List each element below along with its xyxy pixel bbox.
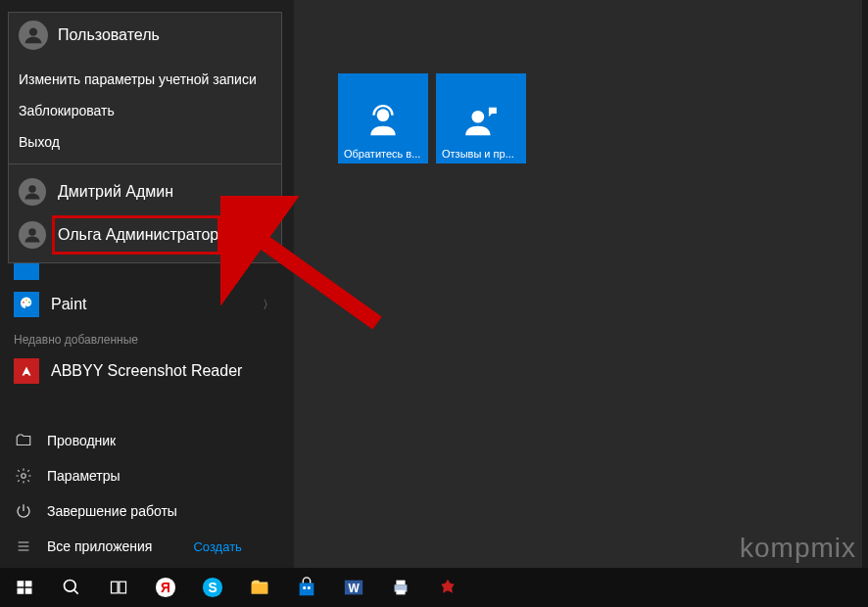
- svg-line-20: [74, 590, 78, 594]
- taskbar-explorer[interactable]: [237, 568, 282, 607]
- svg-rect-21: [112, 582, 119, 593]
- app-item-paint[interactable]: Paint 〉: [0, 286, 294, 323]
- change-account-settings[interactable]: Изменить параметры учетной записи: [9, 64, 281, 95]
- app-label: Paint: [51, 296, 86, 313]
- store-icon: [295, 576, 318, 599]
- switch-user-dmitry[interactable]: Дмитрий Админ: [9, 170, 281, 213]
- taskbar-printer[interactable]: [378, 568, 423, 607]
- svg-point-7: [22, 474, 26, 479]
- app-label: ABBYY Screenshot Reader: [51, 362, 242, 380]
- svg-rect-15: [18, 581, 24, 586]
- switch-user-olga[interactable]: Ольга Администратор: [9, 213, 281, 257]
- svg-point-12: [472, 111, 485, 123]
- printer-icon: [389, 576, 412, 599]
- taskbar-word[interactable]: W: [331, 568, 376, 607]
- svg-rect-16: [25, 581, 32, 586]
- search-button[interactable]: [49, 568, 94, 607]
- user-avatar-icon: [19, 221, 46, 249]
- svg-rect-29: [303, 586, 306, 589]
- all-apps-row: Все приложения Создать: [0, 529, 294, 564]
- svg-text:W: W: [348, 582, 360, 595]
- all-apps-icon[interactable]: [14, 537, 33, 556]
- user-avatar-icon: [19, 21, 48, 50]
- svg-rect-30: [308, 586, 311, 589]
- svg-point-2: [28, 228, 36, 236]
- svg-rect-34: [396, 581, 405, 585]
- tile-label: Отзывы и пр...: [442, 148, 520, 160]
- start-tiles-area: Обратитесь в... Отзывы и пр...: [338, 73, 526, 163]
- tile-label: Обратитесь в...: [344, 148, 422, 160]
- user-name-label: Ольга Администратор: [58, 226, 218, 244]
- svg-rect-22: [120, 582, 126, 593]
- svg-text:S: S: [208, 581, 217, 595]
- start-button[interactable]: [2, 568, 47, 607]
- start-bottom-menu: Проводник Параметры Завершение работы Вс…: [0, 423, 294, 568]
- red-app-icon: [436, 576, 459, 599]
- svg-rect-35: [396, 590, 405, 595]
- feedback-person-icon: [461, 102, 501, 141]
- chevron-right-icon: 〉: [263, 297, 274, 313]
- all-apps-label[interactable]: Все приложения: [47, 538, 152, 554]
- explorer-label: Проводник: [47, 433, 116, 448]
- svg-rect-18: [25, 588, 32, 594]
- svg-point-19: [65, 581, 76, 592]
- taskbar-yandex[interactable]: Я: [143, 568, 188, 607]
- support-person-icon: [363, 102, 403, 141]
- power-icon: [14, 501, 33, 521]
- file-explorer-icon: [248, 576, 271, 599]
- task-view-icon: [107, 576, 130, 599]
- taskbar-skype[interactable]: S: [190, 568, 235, 607]
- svg-point-5: [28, 302, 30, 304]
- popup-divider: [9, 163, 281, 164]
- windows-icon: [13, 576, 36, 599]
- watermark: kompmix: [740, 533, 856, 564]
- taskbar-app-red[interactable]: [425, 568, 470, 607]
- power-label: Завершение работы: [47, 503, 177, 519]
- task-view-button[interactable]: [96, 568, 141, 607]
- svg-point-0: [29, 28, 37, 36]
- tile-feedback[interactable]: Отзывы и пр...: [436, 73, 526, 163]
- start-menu-panel: Пользователь Изменить параметры учетной …: [0, 0, 294, 568]
- svg-rect-17: [18, 588, 24, 594]
- power-button[interactable]: Завершение работы: [0, 493, 294, 529]
- folder-icon: [14, 431, 33, 450]
- sign-out[interactable]: Выход: [9, 126, 281, 158]
- user-avatar-icon: [19, 178, 46, 206]
- svg-point-3: [23, 302, 24, 304]
- user-account-popup: Пользователь Изменить параметры учетной …: [8, 12, 282, 263]
- settings-button[interactable]: Параметры: [0, 458, 294, 493]
- tile-contact-support[interactable]: Обратитесь в...: [338, 73, 428, 163]
- user-name-label: Дмитрий Админ: [58, 183, 173, 201]
- svg-point-4: [25, 300, 27, 302]
- svg-text:Я: Я: [161, 581, 170, 595]
- taskbar: Я S W: [0, 568, 868, 607]
- start-apps-list: Paint 〉 Недавно добавленные ABBYY Screen…: [0, 255, 294, 390]
- skype-icon: S: [201, 576, 224, 599]
- current-user-header[interactable]: Пользователь: [9, 13, 281, 64]
- taskbar-store[interactable]: [284, 568, 329, 607]
- app-item-abbyy[interactable]: ABBYY Screenshot Reader: [0, 352, 294, 390]
- current-user-name: Пользователь: [58, 26, 160, 44]
- settings-label: Параметры: [47, 468, 121, 484]
- recently-added-label: Недавно добавленные: [0, 323, 294, 352]
- word-icon: W: [342, 576, 365, 599]
- svg-point-1: [28, 185, 36, 193]
- search-icon: [60, 576, 83, 599]
- svg-point-11: [377, 109, 390, 121]
- yandex-icon: Я: [154, 576, 177, 599]
- gear-icon: [14, 466, 33, 486]
- abbyy-icon: [14, 358, 39, 384]
- lock-account[interactable]: Заблокировать: [9, 95, 281, 126]
- svg-rect-28: [300, 583, 314, 595]
- create-link[interactable]: Создать: [193, 539, 241, 554]
- svg-rect-27: [252, 584, 268, 593]
- paint-icon: [14, 292, 39, 317]
- explorer-button[interactable]: Проводник: [0, 423, 294, 458]
